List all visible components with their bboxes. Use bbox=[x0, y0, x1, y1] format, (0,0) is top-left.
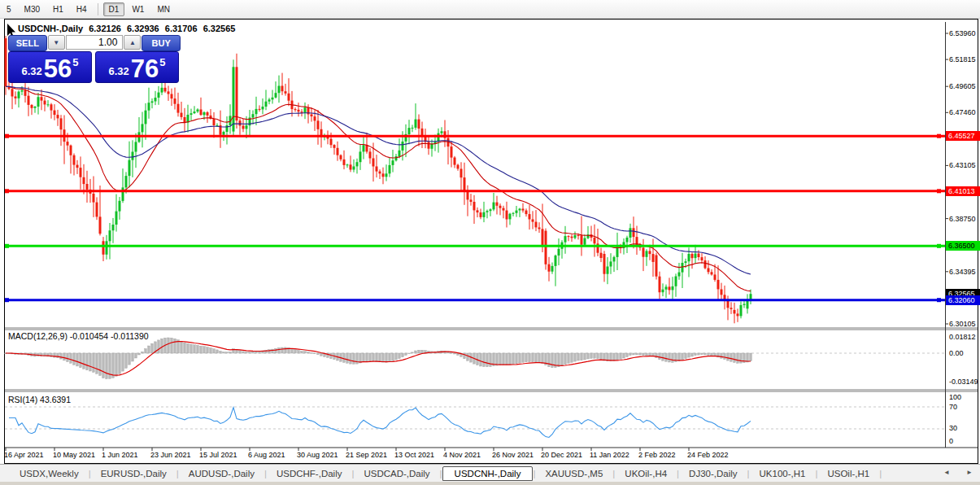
tab-scroll-left-icon[interactable]: ◄ bbox=[943, 469, 950, 476]
tab-audusd-daily[interactable]: AUDUSD-,Daily bbox=[179, 467, 264, 480]
date-tick-label: 10 May 2021 bbox=[53, 451, 95, 459]
price-tick-label: 6.49605 bbox=[949, 82, 980, 90]
date-tick-label: 6 Aug 2021 bbox=[248, 451, 285, 459]
tab-uk100-h1[interactable]: UK100-,H1 bbox=[750, 467, 816, 480]
price-badge-6.45527: 6.45527 bbox=[946, 131, 980, 141]
ohlc-close: 6.32565 bbox=[203, 24, 236, 33]
chart-symbol-period: USDCNH-,Daily bbox=[18, 24, 83, 33]
price-badge-6.32060: 6.32060 bbox=[946, 295, 980, 305]
application-window: 5M30H1H4D1W1MN USDCNH-,Daily 6.32126 6.3… bbox=[0, 0, 980, 485]
sell-price-small: 6.32 bbox=[21, 65, 41, 77]
tab-ukoil-h4[interactable]: UKOil-,H4 bbox=[615, 467, 677, 480]
date-tick-label: 11 Jan 2022 bbox=[590, 451, 629, 459]
price-tick-label: 6.38750 bbox=[949, 215, 980, 223]
date-tick-label: 4 Nov 2021 bbox=[443, 451, 481, 459]
one-click-trading-panel: SELL ▼ 1.00 ▲ BUY 6.32 56 5 6.32 76 5 bbox=[8, 35, 181, 83]
date-tick-label: 26 Nov 2021 bbox=[492, 451, 534, 459]
volume-decrease-button[interactable]: ▼ bbox=[48, 35, 65, 50]
price-tick-label: 6.30105 bbox=[949, 320, 980, 328]
tab-usdchf-daily[interactable]: USDCHF-,Daily bbox=[267, 467, 352, 480]
sell-price-big: 56 bbox=[44, 57, 72, 81]
rsi-panel bbox=[5, 407, 945, 438]
price-badge-6.36500: 6.36500 bbox=[946, 241, 980, 251]
macd-axis-label: -0.03149 bbox=[949, 378, 978, 386]
chevron-down-icon: ▼ bbox=[53, 39, 59, 46]
rsi-axis-label: 30 bbox=[949, 424, 957, 432]
sell-button[interactable]: SELL bbox=[8, 35, 47, 51]
macd-panel bbox=[5, 338, 945, 379]
date-tick-label: 23 Jun 2021 bbox=[150, 451, 191, 459]
macd-axis-label: 0.01812 bbox=[949, 333, 976, 341]
horizontal-level-lines[interactable] bbox=[5, 134, 945, 303]
date-tick-label: 13 Oct 2021 bbox=[394, 451, 434, 459]
date-tick-label: 20 Dec 2021 bbox=[541, 451, 582, 459]
ohlc-low: 6.31706 bbox=[165, 24, 198, 33]
date-tick-label: 21 Sep 2021 bbox=[346, 451, 387, 459]
tab-xauusd-m5[interactable]: XAUUSD-,M5 bbox=[535, 467, 612, 480]
rsi-label: RSI(14) 43.6391 bbox=[8, 395, 71, 404]
tab-usdcnh-daily[interactable]: USDCNH-,Daily bbox=[442, 466, 534, 481]
buy-price-small: 6.32 bbox=[108, 65, 128, 77]
sell-price-sup: 5 bbox=[72, 56, 78, 68]
price-tick-label: 6.34395 bbox=[949, 268, 980, 276]
status-strip bbox=[0, 482, 980, 485]
rsi-axis-label: 0 bbox=[949, 437, 953, 445]
date-tick-label: 1 Jun 2021 bbox=[102, 451, 138, 459]
price-tick-label: 6.51815 bbox=[949, 55, 980, 63]
tab-usdx-weekly[interactable]: USDX,Weekly bbox=[10, 467, 89, 480]
symbol-tab-bar: USDX,Weekly|EURUSD-,Daily|AUDUSD-,Daily|… bbox=[0, 464, 980, 483]
chevron-up-icon: ▲ bbox=[129, 39, 136, 46]
tab-dj30-daily[interactable]: DJ30-,Daily bbox=[679, 467, 747, 480]
tab-scroll-right-icon[interactable]: ► bbox=[966, 469, 973, 476]
macd-label: MACD(12,26,9) -0.010454 -0.011390 bbox=[8, 331, 149, 341]
price-badge-6.41013: 6.41013 bbox=[946, 186, 980, 196]
buy-price-sup: 5 bbox=[159, 56, 165, 68]
date-tick-label: 30 Aug 2021 bbox=[297, 451, 338, 459]
date-tick-label: 15 Jul 2021 bbox=[199, 451, 237, 459]
buy-button[interactable]: BUY bbox=[142, 35, 181, 51]
tab-separator: | bbox=[879, 469, 882, 478]
sell-price-box[interactable]: 6.32 56 5 bbox=[8, 51, 92, 83]
volume-input[interactable]: 1.00 bbox=[66, 35, 124, 50]
date-tick-label: 2 Feb 2022 bbox=[638, 451, 676, 459]
ohlc-open: 6.32126 bbox=[89, 24, 121, 33]
tab-usoil-h1[interactable]: USOil-,H1 bbox=[817, 467, 879, 480]
panel-chrome bbox=[5, 22, 978, 451]
rsi-axis-label: 100 bbox=[949, 393, 961, 401]
macd-axis-label: 0.00 bbox=[949, 349, 964, 357]
price-tick-label: 6.53960 bbox=[949, 29, 980, 37]
tab-eurusd-daily[interactable]: EURUSD-,Daily bbox=[91, 467, 176, 480]
ohlc-high: 6.32936 bbox=[127, 24, 159, 33]
moving-average-lines bbox=[6, 86, 751, 291]
date-tick-label: 24 Feb 2022 bbox=[687, 451, 729, 459]
buy-price-big: 76 bbox=[131, 57, 159, 81]
volume-increase-button[interactable]: ▲ bbox=[124, 35, 141, 50]
date-tick-label: 16 Apr 2021 bbox=[4, 451, 44, 459]
buy-price-box[interactable]: 6.32 76 5 bbox=[95, 51, 179, 83]
rsi-axis-label: 70 bbox=[949, 403, 957, 411]
price-tick-label: 6.43105 bbox=[949, 161, 980, 169]
tab-usdcad-daily[interactable]: USDCAD-,Daily bbox=[354, 467, 439, 480]
price-tick-label: 6.47460 bbox=[949, 108, 980, 116]
chart-title: USDCNH-,Daily 6.32126 6.32936 6.31706 6.… bbox=[18, 24, 238, 33]
